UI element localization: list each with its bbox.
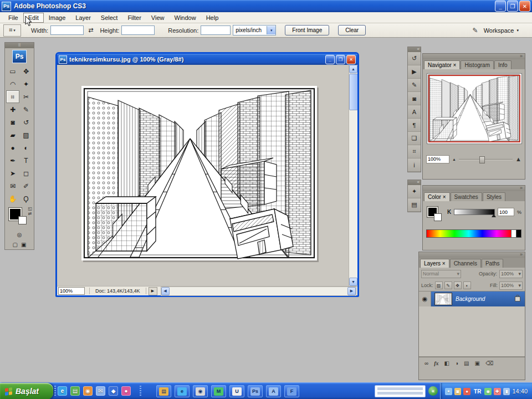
tool-gradient[interactable]: ▨ (19, 129, 33, 141)
styles-panel-icon[interactable]: ✦ (408, 185, 421, 198)
vertical-scrollbar[interactable]: ▲ ▼ (349, 65, 357, 286)
taskbar-clock[interactable]: 14:40 (512, 388, 528, 395)
swap-colors-icon[interactable]: ⇄ (28, 211, 32, 216)
zoom-slider-thumb[interactable] (479, 156, 485, 163)
slider-thumb-icon[interactable] (492, 214, 496, 217)
document-close-button[interactable]: ✕ (346, 55, 356, 64)
panel-collapse-icon[interactable]: » (423, 54, 525, 59)
tool-clone-stamp[interactable]: ◙ (6, 116, 19, 129)
close-button[interactable]: ✕ (519, 1, 530, 12)
tool-path-selection[interactable]: ➤ (6, 167, 19, 180)
clear-button[interactable]: Clear (338, 25, 366, 35)
background-color-swatch[interactable] (18, 216, 27, 224)
character-panel-icon[interactable]: A (408, 105, 421, 119)
scroll-left-icon[interactable]: ◀ (161, 287, 170, 295)
horizontal-scrollbar[interactable]: ◀ ▶ (161, 287, 356, 296)
zoom-out-icon[interactable]: ▲ (452, 157, 456, 161)
scroll-down-icon[interactable]: ▼ (349, 278, 357, 286)
tool-presets-panel-icon[interactable]: ⌗ (408, 145, 421, 158)
layer-comps-panel-icon[interactable]: ❏ (408, 132, 421, 145)
k-channel-slider[interactable] (454, 209, 495, 215)
blend-mode-select[interactable]: Normal ▾ (421, 270, 461, 278)
tool-zoom[interactable]: Ϙ (19, 192, 33, 205)
background-color-swatch[interactable] (434, 213, 442, 221)
quick-launch-app[interactable]: ● (121, 386, 131, 396)
tool-preset-picker[interactable]: ⌗ ▾ (3, 24, 21, 37)
layer-row-background[interactable]: ◉ Background (419, 291, 525, 306)
taskbar-button[interactable]: A (266, 385, 281, 397)
tool-healing-brush[interactable]: ✚ (6, 103, 19, 116)
menu-select[interactable]: Select (96, 13, 123, 23)
width-input[interactable] (50, 25, 84, 35)
lock-all-button[interactable]: ▪ (463, 282, 471, 289)
tool-eyedropper[interactable]: ✐ (19, 180, 33, 192)
tool-move[interactable]: ✥ (19, 65, 33, 78)
menu-edit[interactable]: Edit (23, 13, 44, 23)
canvas-image[interactable] (81, 86, 317, 260)
navigator-zoom-field[interactable] (426, 155, 449, 163)
resolution-input[interactable] (201, 25, 231, 35)
lock-transparent-pixels-button[interactable]: ▨ (435, 282, 443, 289)
quick-launch-app[interactable]: ◆ (109, 386, 118, 396)
tool-type[interactable]: T (19, 154, 33, 167)
resolution-unit-select[interactable]: pixels/inch ▾ (233, 25, 276, 35)
quick-launch-show-desktop[interactable]: ▤ (70, 386, 80, 396)
tool-shape[interactable]: ◻ (19, 167, 33, 180)
tab-paths[interactable]: Paths (482, 259, 504, 268)
document-maximize-button[interactable]: ❐ (336, 55, 345, 64)
tool-hand[interactable]: ✋ (6, 192, 19, 205)
add-layer-mask-icon[interactable]: ◧ (444, 360, 449, 366)
tab-histogram[interactable]: Histogram (461, 60, 494, 69)
hidden-icons-chevron[interactable]: « (428, 386, 438, 396)
dock-collapse-icon[interactable]: « (408, 47, 421, 52)
document-canvas-area[interactable]: ▲ ▼ (57, 65, 357, 286)
tray-icon[interactable]: ✦ (445, 388, 452, 395)
tab-color[interactable]: Color × (424, 192, 450, 201)
tray-icon[interactable]: ◉ (484, 388, 492, 395)
tray-icon[interactable]: ● (463, 388, 470, 395)
new-group-icon[interactable]: ▤ (464, 360, 469, 366)
navigator-zoom-slider[interactable] (459, 156, 513, 162)
fill-select[interactable]: 100% ▾ (499, 282, 523, 290)
tab-info[interactable]: Info (494, 60, 511, 69)
taskbar-button[interactable]: M (211, 385, 226, 397)
tool-crop[interactable]: ⌗ (6, 90, 19, 103)
taskbar-button[interactable]: e (175, 385, 190, 397)
navigator-thumbnail[interactable] (427, 73, 522, 144)
taskbar-button[interactable]: Ps (248, 385, 263, 397)
brushes-panel-icon[interactable]: ✎ (408, 79, 421, 92)
start-button[interactable]: Başlat (0, 383, 53, 399)
swap-dimensions-icon[interactable]: ⇄ (88, 27, 93, 34)
delete-layer-icon[interactable]: ⌫ (485, 360, 493, 366)
scroll-right-icon[interactable]: ▶ (347, 287, 356, 295)
language-indicator[interactable]: TR (473, 388, 482, 395)
color-spectrum-ramp[interactable] (426, 229, 521, 238)
tray-icon[interactable]: ✚ (494, 388, 501, 395)
menu-view[interactable]: View (146, 13, 170, 23)
menu-window[interactable]: Window (170, 13, 201, 23)
panel-collapse-icon[interactable]: » (419, 252, 525, 258)
paragraph-panel-icon[interactable]: ¶ (408, 119, 421, 132)
tool-history-brush[interactable]: ↺ (19, 116, 33, 129)
taskbar-toolbar-band[interactable] (375, 385, 426, 397)
tool-lasso[interactable]: ◠ (6, 78, 19, 90)
link-layers-icon[interactable]: ∞ (424, 360, 428, 366)
layer-thumbnail[interactable] (434, 293, 452, 305)
k-channel-value[interactable] (498, 208, 514, 216)
zoom-in-icon[interactable]: ▲ (515, 156, 521, 162)
scroll-up-icon[interactable]: ▲ (349, 65, 357, 73)
taskbar-button[interactable]: U (229, 385, 244, 397)
lock-image-pixels-button[interactable]: ✎ (444, 282, 452, 289)
tool-magic-wand[interactable]: ✦ (19, 78, 33, 90)
info-panel-icon[interactable]: i (408, 158, 421, 172)
status-menu-arrow[interactable]: ▶ (149, 287, 157, 295)
tab-navigator[interactable]: Navigator × (424, 60, 460, 69)
tab-layers[interactable]: Layers × (420, 259, 449, 268)
layer-style-icon[interactable]: fx (434, 360, 438, 366)
minimize-button[interactable]: _ (495, 1, 506, 12)
panel-collapse-icon[interactable]: » (423, 186, 525, 191)
height-input[interactable] (121, 25, 155, 35)
default-colors-icon[interactable]: ◱ (28, 206, 32, 211)
taskbar-button[interactable]: ◉ (193, 385, 208, 397)
document-minimize-button[interactable]: _ (325, 55, 335, 64)
